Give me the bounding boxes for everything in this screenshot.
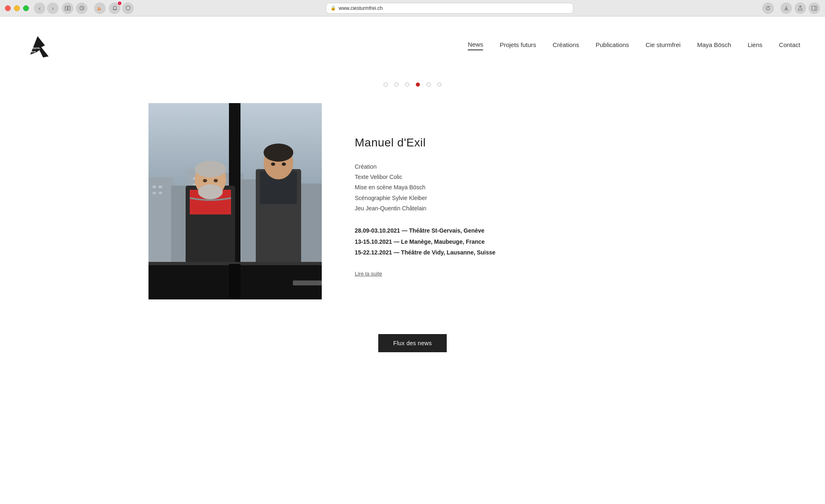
svg-point-3: [98, 9, 99, 10]
meta-scenographie: Scénographie Sylvie Kleiber: [355, 193, 676, 203]
nav-contact[interactable]: Contact: [779, 41, 800, 50]
flux-news-button[interactable]: Flux des news: [378, 334, 446, 352]
nav-projets-futurs[interactable]: Projets futurs: [500, 41, 536, 50]
svg-rect-10: [148, 177, 173, 266]
notification-icon[interactable]: 1: [109, 2, 120, 14]
date-1: 28.09-03.10.2021 — Théâtre St-Gervais, G…: [355, 225, 676, 236]
carousel-dot-5[interactable]: [427, 82, 431, 87]
svg-point-42: [264, 144, 293, 162]
svg-text:frei: frei: [31, 50, 36, 54]
svg-point-44: [282, 163, 286, 166]
url-text: www.ciesturmfrei.ch: [339, 5, 383, 11]
svg-rect-21: [153, 192, 156, 194]
meta-text: Texte Velibor Colic: [355, 172, 676, 182]
svg-text:sturm-: sturm-: [31, 47, 41, 50]
address-bar[interactable]: 🔒 www.ciesturmfrei.ch: [326, 3, 573, 14]
maximize-button[interactable]: [23, 5, 29, 11]
svg-rect-4: [812, 6, 817, 10]
button-area: Flux des news: [0, 334, 825, 377]
address-bar-container: 1 🔒 www.ciesturmfrei.ch: [94, 2, 774, 14]
svg-rect-48: [229, 264, 240, 299]
svg-rect-19: [153, 186, 156, 188]
svg-point-36: [198, 184, 223, 199]
traffic-lights: [5, 5, 29, 11]
reader-view-button[interactable]: [62, 2, 73, 14]
svg-point-35: [195, 161, 226, 177]
chrome-right-icons: [780, 2, 820, 14]
forward-button[interactable]: ›: [47, 2, 59, 14]
svg-point-37: [203, 179, 207, 182]
svg-point-38: [214, 179, 218, 182]
nav-news[interactable]: News: [468, 41, 483, 50]
date-3: 15-22.12.2021 — Théâtre de Vidy, Lausann…: [355, 247, 676, 258]
carousel-dot-6[interactable]: [437, 82, 441, 87]
svg-rect-1: [68, 6, 70, 10]
website-content: sturm- frei News Projets futurs Création…: [0, 16, 825, 504]
meta-jeu: Jeu Jean-Quentin Châtelain: [355, 203, 676, 214]
svg-rect-0: [65, 6, 67, 10]
refresh-button[interactable]: [762, 2, 774, 14]
article-text: Manuel d'Exil Création Texte Velibor Col…: [355, 103, 676, 277]
close-button[interactable]: [5, 5, 11, 11]
minimize-button[interactable]: [14, 5, 20, 11]
carousel-dot-2[interactable]: [394, 82, 398, 87]
rss-icon[interactable]: [94, 2, 106, 14]
meta-creation: Création: [355, 162, 676, 172]
chrome-left-icons: [62, 2, 87, 14]
carousel-dots: [0, 82, 825, 87]
lock-icon: 🔒: [330, 5, 336, 11]
site-logo[interactable]: sturm- frei: [25, 29, 58, 62]
carousel-dot-3[interactable]: [405, 82, 409, 87]
browser-chrome: ‹ ›: [0, 0, 825, 16]
site-header: sturm- frei News Projets futurs Création…: [0, 16, 825, 62]
sidebar-button[interactable]: [808, 2, 820, 14]
nav-creations[interactable]: Créations: [553, 41, 579, 50]
nav-cie-sturmfrei[interactable]: Cie sturmfrei: [646, 41, 681, 50]
article-dates: 28.09-03.10.2021 — Théâtre St-Gervais, G…: [355, 225, 676, 258]
date-2: 13-15.10.2021 — Le Manège, Maubeuge, Fra…: [355, 236, 676, 247]
read-more-link[interactable]: Lire la suite: [355, 271, 382, 277]
meta-mise-en-scene: Mise en scène Maya Bösch: [355, 182, 676, 193]
article-content: Manuel d'Exil Création Texte Velibor Col…: [124, 103, 701, 301]
svg-rect-47: [293, 280, 322, 285]
history-button[interactable]: [76, 2, 87, 14]
browser-nav: ‹ ›: [34, 2, 59, 14]
shield-icon[interactable]: [122, 2, 134, 14]
back-button[interactable]: ‹: [34, 2, 45, 14]
share-button[interactable]: [794, 2, 806, 14]
carousel-dot-1[interactable]: [384, 82, 388, 87]
svg-rect-20: [159, 186, 162, 188]
article-meta: Création Texte Velibor Colic Mise en scè…: [355, 162, 676, 214]
nav-liens[interactable]: Liens: [747, 41, 762, 50]
main-navigation: News Projets futurs Créations Publicatio…: [468, 41, 800, 50]
svg-point-43: [271, 163, 275, 166]
svg-rect-18: [299, 184, 322, 266]
download-button[interactable]: [780, 2, 792, 14]
carousel-dot-4[interactable]: [416, 82, 420, 87]
nav-publications[interactable]: Publications: [596, 41, 629, 50]
nav-maya-bosch[interactable]: Maya Bösch: [697, 41, 731, 50]
article-image: [148, 103, 322, 301]
article-title: Manuel d'Exil: [355, 136, 676, 149]
svg-rect-22: [159, 192, 162, 194]
